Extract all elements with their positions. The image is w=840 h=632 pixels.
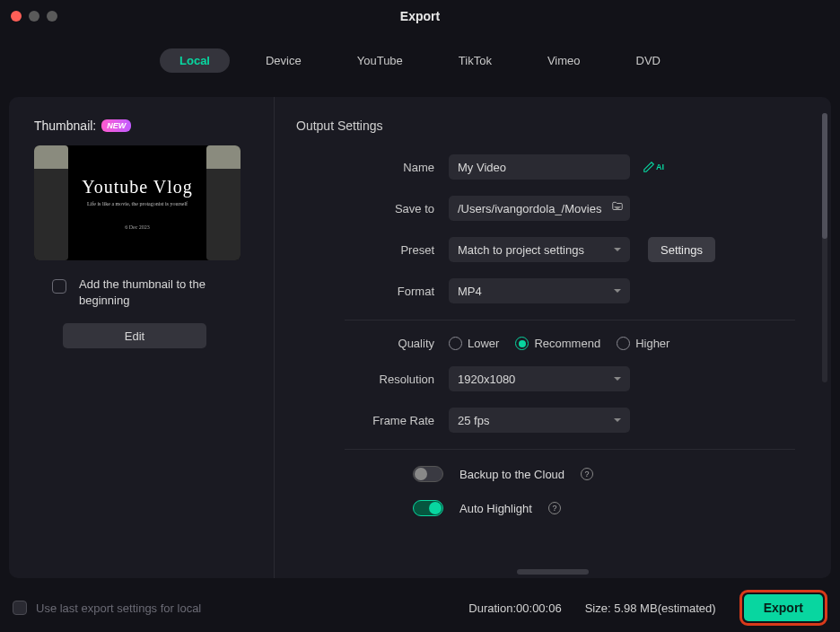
add-thumbnail-checkbox[interactable] — [52, 279, 66, 294]
quality-label: Quality — [296, 337, 449, 350]
tab-device[interactable]: Device — [246, 48, 321, 73]
auto-highlight-label: Auto Highlight — [459, 502, 532, 515]
tab-dvd[interactable]: DVD — [617, 48, 680, 73]
use-last-settings-label: Use last export settings for local — [36, 601, 201, 615]
resolution-value: 1920x1080 — [458, 373, 515, 386]
format-label: Format — [296, 285, 449, 298]
output-settings-column: Output Settings Name AI Save to /Users/i… — [275, 97, 831, 578]
preset-select[interactable]: Match to project settings — [449, 237, 630, 262]
saveto-label: Save to — [296, 202, 449, 215]
window-minimize-button[interactable] — [29, 11, 39, 22]
folder-icon[interactable] — [610, 200, 625, 213]
thumbnail-preview-date: 6 Dec 2023 — [125, 224, 150, 230]
footer: Use last export settings for local Durat… — [0, 584, 840, 632]
tab-youtube[interactable]: YouTube — [337, 48, 423, 73]
thumbnail-preview-subtitle: Life is like a movie, the protagonist is… — [87, 201, 188, 206]
framerate-value: 25 fps — [458, 414, 489, 427]
thumbnail-column: Thumbnail: NEW Youtube Vlog Life is like… — [9, 97, 275, 578]
preset-settings-button[interactable]: Settings — [648, 237, 715, 262]
thumbnail-label: Thumbnail: — [34, 118, 96, 133]
name-label: Name — [296, 161, 449, 174]
window-maximize-button[interactable] — [47, 11, 57, 22]
bottom-scroll-hint — [517, 569, 589, 575]
thumbnail-preview[interactable]: Youtube Vlog Life is like a movie, the p… — [34, 145, 241, 260]
export-button[interactable]: Export — [744, 594, 823, 621]
output-settings-title: Output Settings — [296, 118, 795, 133]
size-stat: Size: 5.98 MB(estimated) — [585, 601, 716, 615]
saveto-value: /Users/ivangordola_/Movies — [458, 202, 601, 215]
new-badge: NEW — [101, 119, 131, 132]
edit-thumbnail-button[interactable]: Edit — [63, 323, 206, 348]
titlebar: Export — [0, 0, 840, 32]
format-select[interactable]: MP4 — [449, 278, 630, 303]
quality-higher-label: Higher — [635, 337, 669, 350]
backup-help-icon[interactable]: ? — [581, 468, 593, 480]
auto-highlight-help-icon[interactable]: ? — [548, 502, 561, 514]
quality-recommend-label: Recommend — [534, 337, 600, 350]
framerate-select[interactable]: 25 fps — [449, 408, 630, 433]
resolution-select[interactable]: 1920x1080 — [449, 366, 630, 391]
preset-value: Match to project settings — [458, 243, 584, 257]
quality-higher-radio[interactable]: Higher — [617, 337, 669, 350]
ai-rename-icon[interactable]: AI — [643, 161, 664, 173]
quality-lower-label: Lower — [468, 337, 499, 350]
duration-stat: Duration:00:00:06 — [468, 601, 561, 615]
quality-recommend-radio[interactable]: Recommend — [515, 337, 600, 350]
framerate-label: Frame Rate — [296, 414, 449, 427]
backup-cloud-toggle[interactable] — [413, 466, 443, 482]
quality-lower-radio[interactable]: Lower — [449, 337, 499, 350]
thumbnail-preview-title: Youtube Vlog — [82, 177, 193, 198]
preset-label: Preset — [296, 243, 449, 257]
window-title: Export — [400, 9, 440, 23]
auto-highlight-toggle[interactable] — [413, 500, 443, 516]
format-value: MP4 — [458, 285, 482, 298]
tab-local[interactable]: Local — [160, 48, 230, 73]
main-panel: Thumbnail: NEW Youtube Vlog Life is like… — [9, 97, 831, 578]
export-button-highlight: Export — [739, 590, 827, 626]
export-tabs: Local Device YouTube TikTok Vimeo DVD — [0, 32, 840, 85]
tab-vimeo[interactable]: Vimeo — [528, 48, 600, 73]
divider — [345, 320, 795, 320]
window-close-button[interactable] — [11, 11, 22, 22]
add-thumbnail-label: Add the thumbnail to the beginning — [79, 276, 249, 309]
name-input[interactable] — [449, 154, 630, 180]
use-last-settings-checkbox[interactable] — [13, 601, 27, 615]
saveto-field[interactable]: /Users/ivangordola_/Movies — [449, 196, 630, 221]
backup-cloud-label: Backup to the Cloud — [459, 468, 564, 481]
divider-2 — [345, 449, 795, 450]
resolution-label: Resolution — [296, 373, 449, 386]
tab-tiktok[interactable]: TikTok — [439, 48, 512, 73]
